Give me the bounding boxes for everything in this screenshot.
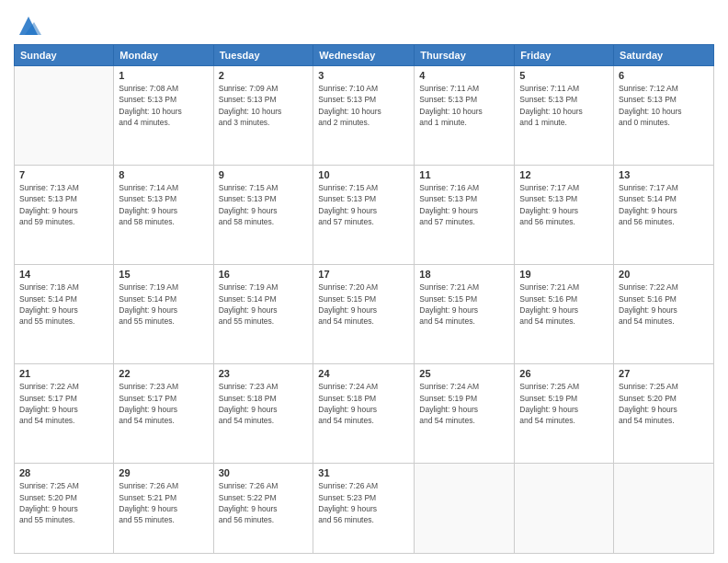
calendar-week-row: 14Sunrise: 7:18 AM Sunset: 5:14 PM Dayli… xyxy=(15,265,714,364)
calendar-cell xyxy=(515,464,614,554)
calendar-cell: 10Sunrise: 7:15 AM Sunset: 5:13 PM Dayli… xyxy=(313,166,415,265)
day-number: 21 xyxy=(19,368,108,379)
day-number: 26 xyxy=(519,368,609,379)
day-number: 11 xyxy=(419,169,509,180)
day-number: 12 xyxy=(519,169,609,180)
day-number: 24 xyxy=(318,368,409,379)
calendar-cell: 30Sunrise: 7:26 AM Sunset: 5:22 PM Dayli… xyxy=(213,464,313,554)
calendar-cell: 26Sunrise: 7:25 AM Sunset: 5:19 PM Dayli… xyxy=(515,364,614,464)
calendar-cell: 15Sunrise: 7:19 AM Sunset: 5:14 PM Dayli… xyxy=(114,265,213,364)
calendar-cell: 3Sunrise: 7:10 AM Sunset: 5:13 PM Daylig… xyxy=(313,66,415,166)
day-number: 13 xyxy=(619,169,709,180)
weekday-header-row: SundayMondayTuesdayWednesdayThursdayFrid… xyxy=(15,45,714,66)
day-detail: Sunrise: 7:17 AM Sunset: 5:14 PM Dayligh… xyxy=(619,182,709,227)
calendar-cell: 9Sunrise: 7:15 AM Sunset: 5:13 PM Daylig… xyxy=(213,166,313,265)
day-number: 18 xyxy=(419,269,509,280)
day-detail: Sunrise: 7:22 AM Sunset: 5:16 PM Dayligh… xyxy=(619,282,709,327)
header xyxy=(14,9,714,39)
day-detail: Sunrise: 7:16 AM Sunset: 5:13 PM Dayligh… xyxy=(419,182,509,227)
day-number: 8 xyxy=(119,169,208,180)
weekday-header-friday: Friday xyxy=(515,45,614,66)
calendar-week-row: 28Sunrise: 7:25 AM Sunset: 5:20 PM Dayli… xyxy=(15,464,714,554)
day-number: 27 xyxy=(619,368,709,379)
calendar-cell: 2Sunrise: 7:09 AM Sunset: 5:13 PM Daylig… xyxy=(213,66,313,166)
day-number: 7 xyxy=(19,169,108,180)
day-number: 1 xyxy=(119,70,208,81)
logo xyxy=(14,13,41,39)
day-detail: Sunrise: 7:23 AM Sunset: 5:18 PM Dayligh… xyxy=(219,381,309,426)
day-detail: Sunrise: 7:17 AM Sunset: 5:13 PM Dayligh… xyxy=(519,182,609,227)
day-detail: Sunrise: 7:15 AM Sunset: 5:13 PM Dayligh… xyxy=(318,182,409,227)
day-detail: Sunrise: 7:18 AM Sunset: 5:14 PM Dayligh… xyxy=(19,282,108,327)
weekday-header-wednesday: Wednesday xyxy=(313,45,415,66)
weekday-header-thursday: Thursday xyxy=(415,45,515,66)
day-detail: Sunrise: 7:10 AM Sunset: 5:13 PM Dayligh… xyxy=(318,83,409,128)
day-detail: Sunrise: 7:11 AM Sunset: 5:13 PM Dayligh… xyxy=(419,83,509,128)
calendar-page: SundayMondayTuesdayWednesdayThursdayFrid… xyxy=(0,0,728,563)
weekday-header-monday: Monday xyxy=(114,45,213,66)
calendar-cell: 7Sunrise: 7:13 AM Sunset: 5:13 PM Daylig… xyxy=(15,166,114,265)
day-detail: Sunrise: 7:25 AM Sunset: 5:20 PM Dayligh… xyxy=(619,381,709,426)
day-number: 17 xyxy=(318,269,409,280)
day-detail: Sunrise: 7:14 AM Sunset: 5:13 PM Dayligh… xyxy=(119,182,208,227)
calendar-week-row: 1Sunrise: 7:08 AM Sunset: 5:13 PM Daylig… xyxy=(15,66,714,166)
calendar-cell: 29Sunrise: 7:26 AM Sunset: 5:21 PM Dayli… xyxy=(114,464,213,554)
calendar-cell: 23Sunrise: 7:23 AM Sunset: 5:18 PM Dayli… xyxy=(213,364,313,464)
day-number: 16 xyxy=(219,269,309,280)
weekday-header-tuesday: Tuesday xyxy=(213,45,313,66)
day-detail: Sunrise: 7:09 AM Sunset: 5:13 PM Dayligh… xyxy=(219,83,309,128)
calendar-cell xyxy=(15,66,114,166)
day-detail: Sunrise: 7:26 AM Sunset: 5:23 PM Dayligh… xyxy=(318,480,409,525)
calendar-cell: 1Sunrise: 7:08 AM Sunset: 5:13 PM Daylig… xyxy=(114,66,213,166)
day-number: 31 xyxy=(318,467,409,478)
calendar-cell: 8Sunrise: 7:14 AM Sunset: 5:13 PM Daylig… xyxy=(114,166,213,265)
calendar-cell: 5Sunrise: 7:11 AM Sunset: 5:13 PM Daylig… xyxy=(515,66,614,166)
day-number: 5 xyxy=(519,70,609,81)
day-detail: Sunrise: 7:22 AM Sunset: 5:17 PM Dayligh… xyxy=(19,381,108,426)
day-detail: Sunrise: 7:11 AM Sunset: 5:13 PM Dayligh… xyxy=(519,83,609,128)
calendar-cell: 22Sunrise: 7:23 AM Sunset: 5:17 PM Dayli… xyxy=(114,364,213,464)
day-detail: Sunrise: 7:19 AM Sunset: 5:14 PM Dayligh… xyxy=(119,282,208,327)
day-detail: Sunrise: 7:26 AM Sunset: 5:22 PM Dayligh… xyxy=(219,480,309,525)
day-detail: Sunrise: 7:25 AM Sunset: 5:19 PM Dayligh… xyxy=(519,381,609,426)
day-number: 4 xyxy=(419,70,509,81)
day-detail: Sunrise: 7:13 AM Sunset: 5:13 PM Dayligh… xyxy=(19,182,108,227)
day-detail: Sunrise: 7:24 AM Sunset: 5:19 PM Dayligh… xyxy=(419,381,509,426)
day-number: 20 xyxy=(619,269,709,280)
calendar-cell: 20Sunrise: 7:22 AM Sunset: 5:16 PM Dayli… xyxy=(614,265,714,364)
day-number: 15 xyxy=(119,269,208,280)
day-detail: Sunrise: 7:26 AM Sunset: 5:21 PM Dayligh… xyxy=(119,480,208,525)
day-number: 28 xyxy=(19,467,108,478)
calendar-cell: 16Sunrise: 7:19 AM Sunset: 5:14 PM Dayli… xyxy=(213,265,313,364)
calendar-cell: 21Sunrise: 7:22 AM Sunset: 5:17 PM Dayli… xyxy=(15,364,114,464)
day-number: 23 xyxy=(219,368,309,379)
calendar-cell xyxy=(415,464,515,554)
calendar-cell: 12Sunrise: 7:17 AM Sunset: 5:13 PM Dayli… xyxy=(515,166,614,265)
day-detail: Sunrise: 7:19 AM Sunset: 5:14 PM Dayligh… xyxy=(219,282,309,327)
day-number: 22 xyxy=(119,368,208,379)
day-number: 2 xyxy=(219,70,309,81)
calendar-cell: 28Sunrise: 7:25 AM Sunset: 5:20 PM Dayli… xyxy=(15,464,114,554)
calendar-cell: 31Sunrise: 7:26 AM Sunset: 5:23 PM Dayli… xyxy=(313,464,415,554)
day-number: 19 xyxy=(519,269,609,280)
day-number: 25 xyxy=(419,368,509,379)
day-detail: Sunrise: 7:08 AM Sunset: 5:13 PM Dayligh… xyxy=(119,83,208,128)
calendar-table: SundayMondayTuesdayWednesdayThursdayFrid… xyxy=(14,44,714,554)
calendar-cell: 19Sunrise: 7:21 AM Sunset: 5:16 PM Dayli… xyxy=(515,265,614,364)
calendar-cell: 4Sunrise: 7:11 AM Sunset: 5:13 PM Daylig… xyxy=(415,66,515,166)
day-detail: Sunrise: 7:21 AM Sunset: 5:16 PM Dayligh… xyxy=(519,282,609,327)
day-detail: Sunrise: 7:25 AM Sunset: 5:20 PM Dayligh… xyxy=(19,480,108,525)
day-number: 6 xyxy=(619,70,709,81)
day-detail: Sunrise: 7:23 AM Sunset: 5:17 PM Dayligh… xyxy=(119,381,208,426)
calendar-cell: 25Sunrise: 7:24 AM Sunset: 5:19 PM Dayli… xyxy=(415,364,515,464)
day-number: 29 xyxy=(119,467,208,478)
calendar-cell: 6Sunrise: 7:12 AM Sunset: 5:13 PM Daylig… xyxy=(614,66,714,166)
day-detail: Sunrise: 7:24 AM Sunset: 5:18 PM Dayligh… xyxy=(318,381,409,426)
day-number: 3 xyxy=(318,70,409,81)
day-detail: Sunrise: 7:15 AM Sunset: 5:13 PM Dayligh… xyxy=(219,182,309,227)
calendar-cell xyxy=(614,464,714,554)
calendar-cell: 24Sunrise: 7:24 AM Sunset: 5:18 PM Dayli… xyxy=(313,364,415,464)
calendar-cell: 13Sunrise: 7:17 AM Sunset: 5:14 PM Dayli… xyxy=(614,166,714,265)
day-detail: Sunrise: 7:12 AM Sunset: 5:13 PM Dayligh… xyxy=(619,83,709,128)
calendar-week-row: 21Sunrise: 7:22 AM Sunset: 5:17 PM Dayli… xyxy=(15,364,714,464)
